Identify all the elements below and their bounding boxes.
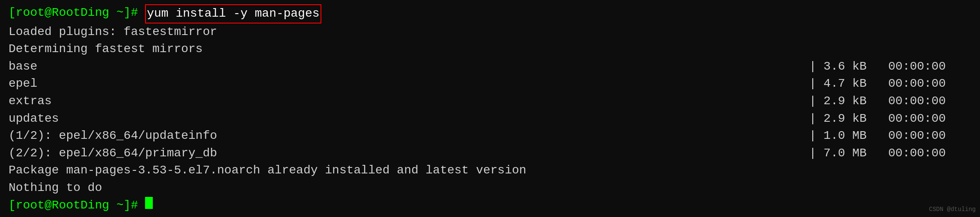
plugins-text: Loaded plugins: fastestmirror [9, 23, 217, 41]
1of2-right: | 1.0 MB 00:00:00 [809, 127, 946, 145]
determining-text: Determining fastest mirrors [9, 41, 203, 58]
1of2-text: (1/2): epel/x86_64/updateinfo [9, 127, 217, 145]
2of2-text: (2/2): epel/x86_64/primary_db [9, 145, 217, 162]
package-line: Package man-pages-3.53-5.el7.noarch alre… [9, 162, 971, 179]
base-text: base [9, 58, 37, 76]
extras-line: extras | 2.9 kB 00:00:00 [9, 93, 971, 110]
updates-text: updates [9, 110, 59, 128]
determining-line: Determining fastest mirrors [9, 41, 971, 58]
watermark: CSDN @dtuling [929, 205, 976, 214]
final-prompt-line: [root@RootDing ~]# [9, 197, 971, 214]
cursor-block [145, 197, 153, 209]
epel-line: epel | 4.7 kB 00:00:00 [9, 75, 971, 93]
extras-right: | 2.9 kB 00:00:00 [809, 93, 946, 110]
nothing-text: Nothing to do [9, 179, 102, 197]
plugins-line: Loaded plugins: fastestmirror [9, 23, 971, 41]
2of2-line: (2/2): epel/x86_64/primary_db | 7.0 MB 0… [9, 145, 971, 162]
command-text: yum install -y man-pages [145, 4, 321, 23]
terminal-window: [root@RootDing ~]# yum install -y man-pa… [0, 0, 980, 217]
updates-right: | 2.9 kB 00:00:00 [809, 110, 946, 128]
final-prompt: [root@RootDing ~]# [9, 197, 145, 214]
extras-text: extras [9, 93, 52, 110]
base-line: base | 3.6 kB 00:00:00 [9, 58, 971, 76]
updates-line: updates | 2.9 kB 00:00:00 [9, 110, 971, 128]
1of2-line: (1/2): epel/x86_64/updateinfo | 1.0 MB 0… [9, 127, 971, 145]
command-line: [root@RootDing ~]# yum install -y man-pa… [9, 4, 971, 23]
epel-text: epel [9, 75, 37, 93]
nothing-line: Nothing to do [9, 179, 971, 197]
prompt-1: [root@RootDing ~]# [9, 4, 145, 23]
epel-right: | 4.7 kB 00:00:00 [809, 75, 946, 93]
2of2-right: | 7.0 MB 00:00:00 [809, 145, 946, 162]
base-right: | 3.6 kB 00:00:00 [809, 58, 946, 76]
package-text: Package man-pages-3.53-5.el7.noarch alre… [9, 162, 526, 179]
